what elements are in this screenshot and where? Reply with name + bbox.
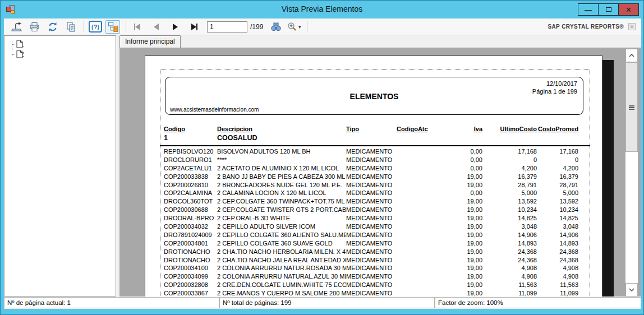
page-drop-shadow (602, 60, 614, 297)
group-tree-toggle-icon (108, 22, 118, 32)
col-tipo: Tipo (346, 126, 397, 132)
refresh-button[interactable] (45, 20, 60, 34)
report-title: ELEMENTOS (165, 92, 583, 101)
cell-codigo: COP200034801 (164, 239, 217, 248)
cell-codigo-atc (397, 181, 446, 189)
next-page-button[interactable] (169, 21, 181, 33)
table-row: COP200034100 2 COLONIA ARRURRU NATUR.ROS… (160, 264, 590, 272)
report-date: 12/10/2017 (546, 80, 577, 87)
cell-codigo: DROCOL360TOT (164, 197, 217, 206)
minimize-button[interactable]: — (578, 3, 599, 16)
refresh-icon (48, 22, 58, 32)
group-tree: 1 2 (7, 39, 113, 59)
window-controls: — ✕ (578, 3, 639, 16)
branding-close-button[interactable]: ✕ (628, 23, 636, 30)
zoom-button[interactable]: ▾ (287, 20, 301, 34)
page-number-input[interactable] (207, 21, 247, 33)
table-row: DROTIONACHO 2 CHA.TIO NACHO JALEA REAL A… (160, 256, 590, 265)
table-row: DROORAL-BPRO 2 CEP.ORAL-B 3D WHITE MEDIC… (160, 214, 590, 223)
branding-area: SAP CRYSTAL REPORTS® ✕ (548, 23, 641, 30)
close-button[interactable]: ✕ (618, 3, 639, 16)
vertical-scrollbar[interactable] (625, 48, 638, 297)
cell-codigo: COP200033838 (164, 173, 217, 181)
search-button[interactable] (269, 20, 283, 34)
maximize-button[interactable] (598, 3, 619, 16)
cell-iva: 19,00 (446, 272, 484, 281)
cell-codigo: REPBISOLVO120 (164, 147, 217, 156)
cell-codigo: DROTIONACHO (164, 248, 217, 256)
cell-tipo: MEDICAMENTO (346, 189, 397, 197)
group-tree-toggle-button[interactable] (105, 20, 120, 34)
table-row: COP2ACETALU1 2 ACETATO DE ALUMINIO X 120… (160, 164, 590, 173)
table-row: COP200034032 2 CEPILLO ADULTO SILVER ICO… (160, 223, 590, 231)
cell-tipo: MEDICAMENTO (346, 223, 397, 231)
report-header-box: 12/10/2017 Página 1 de 199 ELEMENTOS www… (165, 77, 583, 115)
cell-codigo-atc (397, 206, 446, 214)
cell-iva: 19,00 (446, 248, 484, 256)
scrollbar-thumb[interactable] (625, 62, 638, 152)
status-current-page: Nº de página actual: 1 (4, 297, 219, 308)
cell-iva: 19,00 (446, 181, 484, 189)
zoom-dropdown-caret: ▾ (298, 24, 301, 30)
scroll-down-button[interactable] (625, 283, 638, 297)
cell-codigo: COP2CALAMINA (164, 189, 217, 197)
parameter-panel-button[interactable]: (?) (89, 21, 102, 33)
page-icon (16, 40, 23, 48)
toolbar-separator (307, 21, 307, 33)
cell-costo-promedio: 11,099 (538, 289, 579, 297)
cell-tipo: MEDICAMENTO (346, 289, 397, 297)
table-row: DROTIONACHO 2 CHA.TIO NACHO HERBOLARIA M… (160, 248, 590, 256)
column-header-row: Codigo Descripcion Tipo CodigoAtc Iva Ul… (160, 126, 590, 132)
first-page-button[interactable] (131, 21, 143, 33)
cell-codigo: COP200034099 (164, 272, 217, 281)
last-page-button[interactable] (188, 21, 200, 33)
cell-iva: 19,00 (446, 173, 484, 181)
group-header-row: 1 COOSALUD (160, 134, 590, 142)
cell-costo-promedio: 24,368 (538, 256, 579, 265)
viewer-toolbar: (?) /199 (4, 18, 641, 35)
scrollbar-grip (629, 105, 634, 110)
export-button[interactable] (10, 20, 24, 34)
cell-ultimo-costo: 16,379 (484, 173, 538, 181)
print-button[interactable] (27, 20, 42, 34)
tab-informe-principal[interactable]: Informe principal (119, 35, 181, 48)
report-preview-area: Informe principal 12/10/2017 Página 1 de… (119, 35, 641, 297)
total-pages-label: /199 (250, 23, 263, 31)
cell-tipo: MEDICAMENTO (346, 239, 397, 248)
parameter-panel-icon: (?) (91, 24, 99, 30)
cell-iva: 19,00 (446, 264, 484, 272)
cell-descripcion: 2 CHA.TIO NACHO JALEA REAL ANT.EDAD X (217, 256, 346, 265)
cell-descripcion: 2 CEP.ORAL-B 3D WHITE (217, 214, 346, 223)
cell-ultimo-costo: 14,906 (484, 231, 538, 239)
tree-item-1[interactable]: 1 (7, 39, 113, 49)
cell-ultimo-costo: 4,908 (484, 264, 538, 272)
cell-codigo-atc (397, 264, 446, 272)
col-iva: Iva (446, 126, 484, 132)
cell-iva: 19,00 (446, 281, 484, 289)
cell-codigo-atc (397, 189, 446, 197)
tree-item-2[interactable]: 2 (7, 49, 113, 59)
cell-iva: 0,00 (446, 164, 484, 173)
cell-codigo: DROORAL-BPRO (164, 214, 217, 223)
page-icon (16, 50, 23, 58)
sap-crystal-reports-branding: SAP CRYSTAL REPORTS® (548, 24, 624, 30)
group-tree-panel: 1 2 (4, 35, 116, 297)
cell-costo-promedio: 5,000 (538, 189, 579, 197)
col-costo-promedio: CostoPromed (538, 126, 579, 132)
previous-page-icon (154, 24, 159, 30)
scroll-up-button[interactable] (625, 49, 638, 62)
cell-ultimo-costo: 14,825 (484, 214, 538, 223)
cell-costo-promedio: 10,234 (538, 206, 579, 214)
cell-costo-promedio: 17,168 (538, 147, 579, 156)
copy-button[interactable] (63, 20, 78, 34)
cell-ultimo-costo: 17,168 (484, 147, 538, 156)
col-descripcion: Descripcion (217, 126, 346, 132)
table-row: COP200033867 2 CRE.MANOS Y CUERPO M.SALO… (160, 289, 590, 297)
page-viewport: 12/10/2017 Página 1 de 199 ELEMENTOS www… (119, 48, 641, 297)
cell-codigo-atc (397, 231, 446, 239)
crystal-reports-preview-window: Vista Previa Elementos — ✕ (0, 0, 644, 315)
cell-codigo: COP200032808 (164, 281, 217, 289)
cell-ultimo-costo: 0 (484, 156, 538, 164)
previous-page-button[interactable] (150, 21, 162, 33)
cell-tipo: MEDICAMENTO (346, 173, 397, 181)
